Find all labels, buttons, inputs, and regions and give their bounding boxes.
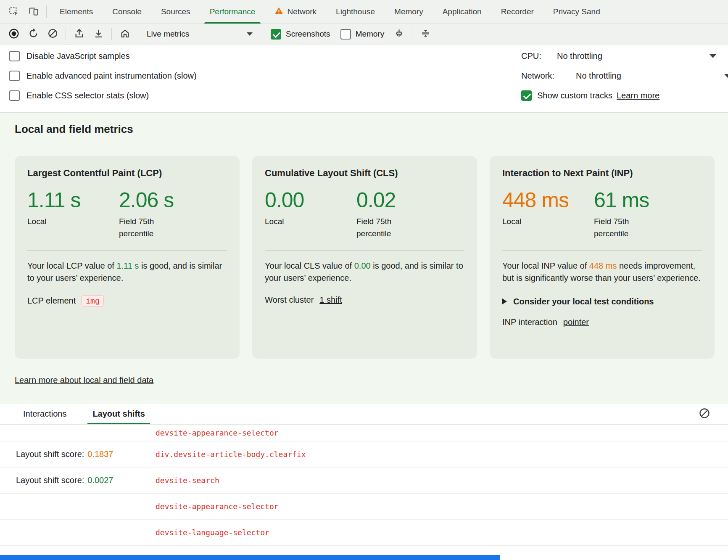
tab-console[interactable]: Console <box>103 0 151 24</box>
checkbox-checked-icon <box>271 29 281 40</box>
tab-privacy-sandbox[interactable]: Privacy Sand <box>543 0 610 24</box>
record-button[interactable] <box>4 25 24 43</box>
desc-text: Your local CLS value of <box>265 261 354 270</box>
shift-node-link[interactable]: devsite-appearance-selector <box>156 502 279 511</box>
desc-value: 1.11 s <box>116 261 139 270</box>
advanced-paint-label: Enable advanced paint instrumentation (s… <box>26 71 197 81</box>
inp-card: Interaction to Next Paint (INP) 448 ms L… <box>490 156 715 359</box>
load-profile-button[interactable] <box>69 25 89 43</box>
network-throttling-select[interactable]: Network: No throttling <box>521 66 728 86</box>
inp-interaction-label: INP interaction <box>502 317 557 327</box>
local-test-conditions-disclosure[interactable]: Consider your local test conditions <box>502 297 702 306</box>
chevron-down-icon <box>724 74 728 78</box>
divider <box>66 28 66 40</box>
tab-label: Network <box>287 7 317 16</box>
tab-application[interactable]: Application <box>433 0 491 24</box>
capture-settings-panel: Disable JavaScript samples Enable advanc… <box>0 45 728 113</box>
lcp-card: Largest Contentful Paint (LCP) 1.11 s Lo… <box>15 156 240 359</box>
tab-lighthouse[interactable]: Lighthouse <box>326 0 385 24</box>
warning-icon <box>274 7 283 17</box>
card-title: Largest Contentful Paint (LCP) <box>27 168 227 179</box>
devtools-window: Elements Console Sources Performance Net… <box>0 0 728 560</box>
tab-label: Memory <box>394 7 423 16</box>
upload-icon <box>74 28 84 40</box>
capture-settings-toggle[interactable] <box>416 25 435 43</box>
logs-tabbar: Interactions Layout shifts <box>0 404 728 425</box>
tab-memory[interactable]: Memory <box>385 0 433 24</box>
home-button[interactable] <box>115 25 135 43</box>
shift-node-link[interactable]: devsite-language-selector <box>156 528 269 537</box>
desc-value: 0.00 <box>354 261 371 270</box>
cpu-throttling-select[interactable]: CPU: No throttling <box>521 46 728 66</box>
horizontal-scrollbar-thumb[interactable] <box>0 555 500 560</box>
lcp-field-label: Field 75th percentile <box>119 215 169 240</box>
inp-local-value: 448 ms <box>502 189 594 212</box>
custom-tracks-learn-more-link[interactable]: Learn more <box>617 91 659 100</box>
inspect-icon <box>8 6 19 18</box>
reload-and-record-button[interactable] <box>24 25 43 43</box>
worst-cluster-label: Worst cluster <box>265 295 314 305</box>
tab-label: Lighthouse <box>336 7 375 16</box>
block-icon <box>699 407 710 420</box>
clear-recording-button[interactable] <box>43 25 62 43</box>
checkbox-unchecked-icon <box>340 29 351 40</box>
score-value: 0.0027 <box>87 475 113 485</box>
cpu-label: CPU: <box>521 51 557 61</box>
tab-label: Recorder <box>501 7 534 16</box>
shift-node-link[interactable]: devsite-search <box>156 476 219 485</box>
inp-description: Your local INP value of 448 ms needs imp… <box>502 260 702 284</box>
lcp-element-node-link[interactable]: img <box>82 295 104 306</box>
inp-field-label: Field 75th percentile <box>594 215 644 240</box>
cls-local-value: 0.00 <box>265 189 356 212</box>
custom-tracks-row: Show custom tracks Learn more <box>521 86 728 106</box>
tab-interactions[interactable]: Interactions <box>23 404 66 424</box>
tab-elements[interactable]: Elements <box>50 0 103 24</box>
network-label: Network: <box>521 71 576 81</box>
tab-label: Layout shifts <box>92 409 145 419</box>
divider <box>46 5 47 18</box>
show-custom-tracks-checkbox[interactable]: Show custom tracks <box>521 90 612 101</box>
download-icon <box>93 28 104 40</box>
memory-label: Memory <box>356 29 385 39</box>
tab-recorder[interactable]: Recorder <box>491 0 543 24</box>
triangle-right-icon <box>502 298 507 304</box>
show-custom-tracks-label: Show custom tracks <box>537 91 612 100</box>
card-title: Cumulative Layout Shift (CLS) <box>265 168 464 179</box>
divider <box>262 28 262 40</box>
learn-more-field-data-link[interactable]: Learn more about local and field data <box>15 375 153 385</box>
panel-mode-select[interactable]: Live metrics <box>142 26 258 42</box>
lcp-field-value: 2.06 s <box>119 189 211 212</box>
save-profile-button[interactable] <box>89 25 108 43</box>
tab-sources[interactable]: Sources <box>151 0 200 24</box>
layout-shift-row: devsite-language-selector <box>0 520 728 546</box>
shift-score: Layout shift score:0.1837 <box>16 449 156 459</box>
lcp-local-value: 1.11 s <box>27 189 119 212</box>
inspect-element-button[interactable] <box>4 0 24 24</box>
shift-node-link[interactable]: devsite-appearance-selector <box>156 428 279 437</box>
desc-text: Your local LCP value of <box>27 261 116 270</box>
card-title: Interaction to Next Paint (INP) <box>502 168 702 179</box>
inp-interaction-link[interactable]: pointer <box>563 317 589 327</box>
worst-cluster-link[interactable]: 1 shift <box>319 295 342 305</box>
tab-network[interactable]: Network <box>265 0 326 24</box>
tab-performance[interactable]: Performance <box>200 0 265 24</box>
shift-score <box>16 428 156 438</box>
devtools-tabbar: Elements Console Sources Performance Net… <box>0 0 728 24</box>
shift-score <box>16 528 156 537</box>
cls-field-label: Field 75th percentile <box>356 215 407 240</box>
memory-checkbox[interactable]: Memory <box>340 29 385 40</box>
collect-garbage-button[interactable] <box>389 25 409 43</box>
metrics-heading: Local and field metrics <box>15 123 715 136</box>
score-label: Layout shift score: <box>16 449 84 459</box>
record-icon <box>8 28 19 40</box>
score-value: 0.1837 <box>87 449 113 459</box>
checkbox-checked-icon <box>521 90 532 101</box>
checkbox-unchecked-icon <box>9 51 20 61</box>
tab-layout-shifts[interactable]: Layout shifts <box>92 404 145 424</box>
clear-log-button[interactable] <box>699 407 710 420</box>
screenshots-label: Screenshots <box>286 29 330 39</box>
shift-node-link[interactable]: div.devsite-article-body.clearfix <box>156 450 306 459</box>
screenshots-checkbox[interactable]: Screenshots <box>271 29 330 40</box>
collapse-icon <box>420 28 431 40</box>
device-toolbar-button[interactable] <box>24 0 43 24</box>
